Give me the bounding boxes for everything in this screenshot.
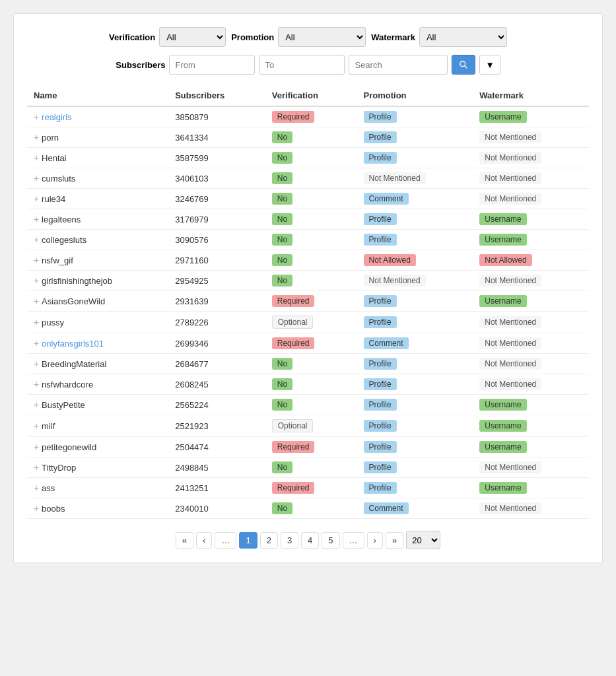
- watermark-badge: Not Mentioned: [479, 358, 541, 370]
- page-3-button[interactable]: 3: [281, 532, 298, 549]
- cell-promotion: Not Allowed: [357, 250, 473, 271]
- cell-promotion: Profile: [357, 230, 473, 250]
- verification-badge: Required: [272, 111, 315, 123]
- cell-watermark: Username: [473, 106, 589, 127]
- name-text: milf: [42, 421, 55, 431]
- cell-verification: No: [265, 230, 357, 250]
- verification-badge: No: [272, 131, 292, 143]
- watermark-filter-label: Watermark: [371, 32, 415, 42]
- cell-verification: No: [265, 148, 357, 168]
- cell-name: + collegesluts: [27, 230, 168, 250]
- filter-dropdown-button[interactable]: ▼: [479, 55, 500, 75]
- verification-badge: No: [272, 193, 292, 205]
- expand-icon[interactable]: +: [34, 399, 42, 410]
- expand-icon[interactable]: +: [34, 112, 42, 122]
- expand-icon[interactable]: +: [34, 234, 42, 245]
- col-subscribers: Subscribers: [168, 85, 265, 106]
- page-1-button[interactable]: 1: [239, 532, 257, 549]
- name-link[interactable]: onlyfansgirls101: [42, 339, 104, 349]
- cell-promotion: Profile: [357, 312, 473, 333]
- expand-icon[interactable]: +: [34, 296, 42, 306]
- verification-badge: No: [272, 275, 292, 287]
- promotion-badge: Profile: [364, 234, 397, 246]
- expand-icon[interactable]: +: [34, 442, 42, 452]
- expand-icon[interactable]: +: [34, 152, 42, 163]
- watermark-badge: Not Mentioned: [479, 461, 541, 473]
- cell-name: + nsfw_gif: [27, 250, 168, 271]
- cell-verification: Optional: [265, 312, 357, 333]
- expand-icon[interactable]: +: [34, 462, 42, 473]
- expand-icon[interactable]: +: [34, 193, 42, 204]
- cell-name: + onlyfansgirls101: [27, 333, 168, 354]
- cell-subscribers: 3587599: [168, 148, 265, 168]
- expand-icon[interactable]: +: [34, 317, 42, 327]
- page-first-button[interactable]: «: [176, 532, 193, 549]
- expand-icon[interactable]: +: [34, 358, 42, 369]
- verification-select[interactable]: All Required Optional No: [159, 27, 226, 47]
- table-row: + legalteens3176979NoProfileUsername: [27, 209, 589, 230]
- page-last-button[interactable]: »: [386, 532, 403, 549]
- expand-icon[interactable]: +: [34, 338, 42, 349]
- promotion-badge: Not Mentioned: [364, 172, 426, 184]
- expand-icon[interactable]: +: [34, 255, 42, 265]
- cell-watermark: Username: [473, 230, 589, 250]
- verification-badge: No: [272, 172, 292, 184]
- cell-watermark: Not Mentioned: [473, 148, 589, 168]
- page-2-button[interactable]: 2: [260, 532, 278, 549]
- page-next-button[interactable]: ›: [367, 532, 383, 549]
- from-input[interactable]: [169, 55, 255, 75]
- cell-watermark: Not Mentioned: [473, 374, 589, 395]
- table-row: + milf2521923OptionalProfileUsername: [27, 415, 589, 437]
- cell-watermark: Not Mentioned: [473, 354, 589, 374]
- to-input[interactable]: [259, 55, 345, 75]
- cell-verification: No: [265, 374, 357, 395]
- verification-badge: No: [272, 254, 292, 266]
- table-row: + girlsfinishingthejob2954925NoNot Menti…: [27, 271, 589, 291]
- cell-watermark: Not Mentioned: [473, 168, 589, 189]
- cell-promotion: Profile: [357, 395, 473, 415]
- expand-icon[interactable]: +: [34, 503, 42, 514]
- page-ellipsis-1[interactable]: …: [215, 532, 236, 549]
- watermark-badge: Username: [479, 295, 526, 307]
- col-promotion: Promotion: [357, 85, 473, 106]
- cell-verification: Required: [265, 437, 357, 457]
- promotion-badge: Comment: [364, 193, 409, 205]
- table-row: + nsfwhardcore2608245NoProfileNot Mentio…: [27, 374, 589, 395]
- page-prev-button[interactable]: ‹: [196, 532, 212, 549]
- expand-icon[interactable]: +: [34, 132, 42, 143]
- subscribers-label: Subscribers: [116, 60, 165, 70]
- col-watermark: Watermark: [473, 85, 589, 106]
- name-text: pussy: [42, 318, 64, 327]
- watermark-badge: Not Mentioned: [479, 193, 541, 205]
- cell-verification: Required: [265, 478, 357, 498]
- per-page-select[interactable]: 20 50 100: [406, 531, 440, 549]
- expand-icon[interactable]: +: [34, 173, 42, 184]
- expand-icon[interactable]: +: [34, 421, 42, 431]
- watermark-badge: Username: [479, 213, 526, 225]
- cell-name: + petitegonewild: [27, 437, 168, 457]
- search-input[interactable]: [349, 55, 448, 75]
- cell-watermark: Username: [473, 415, 589, 437]
- search-button[interactable]: [452, 55, 475, 75]
- watermark-select[interactable]: All Username Not Mentioned Not Allowed: [419, 27, 507, 47]
- cell-watermark: Not Mentioned: [473, 127, 589, 148]
- expand-icon[interactable]: +: [34, 483, 42, 493]
- watermark-badge: Username: [479, 111, 526, 123]
- page-ellipsis-2[interactable]: …: [343, 532, 364, 549]
- table-row: + cumsluts3406103NoNot MentionedNot Ment…: [27, 168, 589, 189]
- expand-icon[interactable]: +: [34, 379, 42, 389]
- cell-subscribers: 2699346: [168, 333, 265, 354]
- verification-badge: No: [272, 358, 292, 370]
- page-4-button[interactable]: 4: [301, 532, 319, 549]
- name-text: AsiansGoneWild: [42, 296, 105, 306]
- expand-icon[interactable]: +: [34, 214, 42, 224]
- watermark-badge: Username: [479, 399, 526, 411]
- promotion-select[interactable]: All Profile Comment Not Mentioned Not Al…: [278, 27, 366, 47]
- expand-icon[interactable]: +: [34, 275, 42, 286]
- name-link[interactable]: realgirls: [42, 112, 72, 122]
- watermark-badge: Username: [479, 441, 526, 453]
- cell-promotion: Profile: [357, 148, 473, 168]
- table-row: + TittyDrop2498845NoProfileNot Mentioned: [27, 457, 589, 478]
- page-5-button[interactable]: 5: [322, 532, 339, 549]
- watermark-badge: Not Mentioned: [479, 378, 541, 390]
